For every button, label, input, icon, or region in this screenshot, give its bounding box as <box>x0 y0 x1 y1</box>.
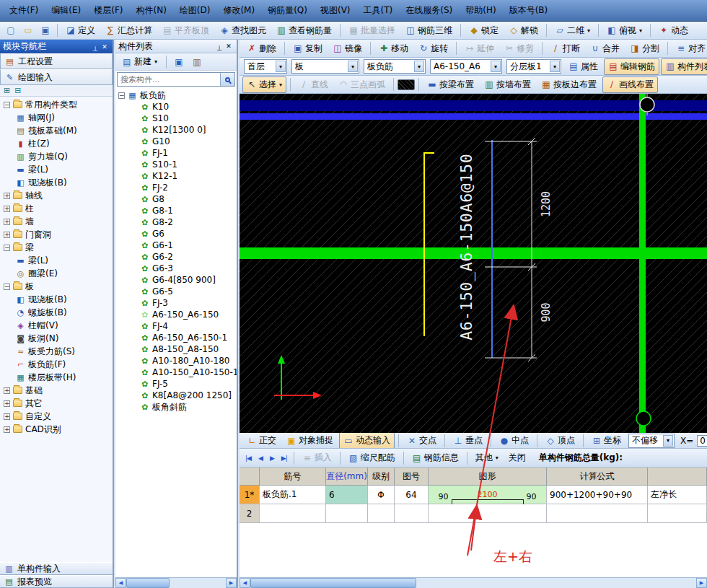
rebar-name-cell[interactable]: 板负筋.1 <box>260 486 326 504</box>
combo-dropdown-icon[interactable]: ▾ <box>550 61 560 72</box>
extend-button[interactable]: ↦ 延伸 <box>460 40 499 57</box>
separator[interactable] <box>340 24 341 37</box>
collapse-all-button[interactable]: ⊟ <box>14 86 21 95</box>
rebar-3d-button[interactable]: ◫ 钢筋三维 <box>401 22 457 39</box>
tree-item[interactable]: + 基础 <box>0 384 113 397</box>
combo-dropdown-icon[interactable]: ▾ <box>491 61 501 72</box>
diameter-cell[interactable] <box>326 504 368 523</box>
tree-item[interactable]: ▥ 剪力墙(Q) <box>0 150 113 163</box>
tree-item[interactable]: ◈ 柱帽(V) <box>0 319 113 332</box>
layer-select[interactable]: 分层板1 ▾ <box>506 59 561 74</box>
batch-select-button[interactable]: ▦ 批量选择 <box>344 22 400 39</box>
table-header-cell[interactable]: 图形 <box>429 468 547 486</box>
separator[interactable] <box>598 24 599 37</box>
hatch-preview[interactable] <box>398 79 415 90</box>
tree-item[interactable]: + 门窗洞 <box>0 228 113 241</box>
component-list-item[interactable]: ✿ K8[A8@200 1250] <box>115 390 237 401</box>
component-list-item[interactable]: ✿ K12[1300 0] <box>115 124 237 136</box>
expander-icon[interactable]: + <box>4 193 10 199</box>
edit-rebar-button[interactable]: ▤ 编辑钢筋 <box>604 58 659 75</box>
table-header-cell[interactable]: 筋号 <box>260 468 326 486</box>
tree-item[interactable]: + 墙 <box>0 215 113 228</box>
table-header-cell[interactable]: 直径(mm) <box>326 468 368 486</box>
tree-item[interactable]: + 自定义 <box>0 410 113 423</box>
scroll-right-icon[interactable]: ▶ <box>226 578 237 588</box>
coordinates-button[interactable]: ⊞ 坐标 <box>587 433 625 449</box>
separator[interactable] <box>542 42 543 55</box>
move-button[interactable]: ✚ 移动 <box>374 40 413 57</box>
expander-icon[interactable]: + <box>4 426 10 433</box>
expander-icon[interactable]: + <box>4 400 10 407</box>
insert-row-button[interactable]: ≡ 插入 <box>298 449 336 466</box>
component-list-button[interactable]: ▥ 构件列表 <box>661 58 707 75</box>
formula-cell[interactable]: 900+1200+90+90 <box>547 486 648 504</box>
figure-number-cell[interactable]: 64 <box>395 486 429 504</box>
table-hscrollbar[interactable]: ◀ ▶ <box>240 577 707 588</box>
scroll-right-icon[interactable]: ▶ <box>696 578 707 588</box>
scroll-thumb[interactable] <box>126 578 170 588</box>
grade-cell[interactable] <box>368 504 395 523</box>
grade-cell[interactable]: Φ <box>368 486 395 504</box>
component-list-item[interactable]: ✿ G8-1 <box>115 205 237 216</box>
separator[interactable] <box>370 42 371 55</box>
view-rebar-qty-button[interactable]: ▥ 查看钢筋量 <box>272 22 336 39</box>
menu-online-service[interactable]: 在线服务(S) <box>399 2 459 19</box>
separator[interactable] <box>667 42 668 55</box>
summary-calc-button[interactable]: ∑ 汇总计算 <box>101 22 157 39</box>
ortho-button[interactable]: ∟ 正交 <box>242 433 281 449</box>
new-file-button[interactable]: ▢ <box>3 23 19 38</box>
combo-dropdown-icon[interactable]: ▾ <box>663 435 673 447</box>
tree-item[interactable]: ▤ 筏板基础(M) <box>0 124 113 137</box>
separator[interactable] <box>444 434 445 447</box>
component-select[interactable]: A6-150_A6 ▾ <box>430 59 502 74</box>
copy-component-button[interactable]: ▣ <box>171 55 187 69</box>
formula-cell[interactable] <box>547 504 648 523</box>
rotate-button[interactable]: ↻ 旋转 <box>414 40 452 57</box>
other-menu-button[interactable]: 其他 ▾ <box>471 449 503 466</box>
prev-row-button[interactable]: ◀ <box>255 452 265 464</box>
table-header-cell[interactable]: 级别 <box>368 468 395 486</box>
line-tool-button[interactable]: ∕ 直线 <box>294 76 333 93</box>
tree-item[interactable]: + 轴线 <box>0 189 113 202</box>
table-row[interactable]: 1* 板负筋.1 6 Φ 64 90 2100 90 900+1200+90+9… <box>240 486 707 504</box>
menu-draw[interactable]: 绘图(D) <box>173 2 217 19</box>
drawing-canvas[interactable]: 1200 900 A6-150_A6-150A6@150 <box>240 94 707 433</box>
view-top-button[interactable]: ◧ 俯视 ▾ <box>602 22 646 39</box>
expander-icon[interactable]: + <box>4 219 10 225</box>
expand-all-button[interactable]: ⊞ <box>4 86 10 95</box>
component-list-item[interactable]: ✿ A10-150_A10-150-1 <box>115 367 237 378</box>
expander-icon[interactable]: − <box>4 102 10 108</box>
first-row-button[interactable]: |◀ <box>242 452 254 464</box>
place-by-beam-button[interactable]: ▬ 按梁布置 <box>423 76 478 93</box>
table-header-cell[interactable] <box>648 468 707 486</box>
search-button[interactable] <box>220 73 234 86</box>
component-list-item[interactable]: ✿ G8 <box>115 193 237 205</box>
separator[interactable] <box>650 24 651 37</box>
table-header-cell[interactable]: 计算公式 <box>547 468 648 486</box>
component-list-item[interactable]: ✿ A10-180_A10-180 <box>115 355 237 367</box>
separator[interactable] <box>546 24 547 37</box>
view-2d-button[interactable]: ▱ 二维 ▾ <box>550 22 594 39</box>
snap-perpendicular-button[interactable]: ⊥ 垂点 <box>449 433 487 449</box>
close-icon[interactable]: ✕ <box>224 41 234 51</box>
select-tool-button[interactable]: ↖ 选择 ▾ <box>242 76 286 93</box>
separator[interactable] <box>460 24 461 37</box>
menu-view[interactable]: 视图(V) <box>314 2 357 19</box>
formula-description-cell[interactable]: 左净长 <box>648 486 707 504</box>
lock-button[interactable]: ◆ 锁定 <box>465 22 503 39</box>
delete-button[interactable]: ✗ 删除 <box>242 40 281 57</box>
close-grid-button[interactable]: 关闭 <box>504 449 530 466</box>
save-file-button[interactable]: ▣ <box>38 23 53 38</box>
tree-item[interactable]: + 其它 <box>0 397 113 410</box>
search-input[interactable] <box>118 75 220 84</box>
report-preview-button[interactable]: ▤ 报表预览 <box>0 575 113 588</box>
paste-component-button[interactable]: ▥ <box>189 55 205 69</box>
component-list-item[interactable]: ✿ G10 <box>115 136 237 147</box>
place-by-slab-edge-button[interactable]: ▦ 按板边布置 <box>537 76 601 93</box>
component-list-item[interactable]: ✿ FJ-4 <box>115 320 237 332</box>
component-list-item[interactable]: ✿ G6-3 <box>115 263 237 274</box>
tree-item[interactable]: ≈ 板受力筋(S) <box>0 345 113 358</box>
menu-rebar-qty[interactable]: 钢筋量(Q) <box>261 2 314 19</box>
combo-dropdown-icon[interactable]: ▾ <box>276 61 286 72</box>
close-icon[interactable]: ✕ <box>100 42 110 52</box>
